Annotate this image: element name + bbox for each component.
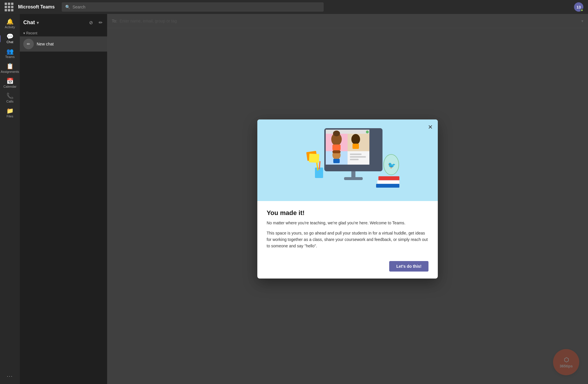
svg-rect-25 <box>309 154 319 163</box>
sidebar-label-teams: Teams <box>5 55 15 59</box>
modal-footer: Let's do this! <box>257 261 438 279</box>
teams-icon: 👥 <box>6 48 14 54</box>
sidebar-label-chat: Chat <box>6 40 13 44</box>
modal-cta-button[interactable]: Let's do this! <box>389 261 428 272</box>
chat-icon: 💬 <box>6 34 14 39</box>
svg-rect-14 <box>348 151 369 165</box>
sidebar-item-chat[interactable]: 💬 Chat <box>2 31 18 46</box>
modal-paragraph-2: This space is yours, so go ahead and pul… <box>267 230 428 249</box>
new-chat-button[interactable]: ✏ <box>98 19 104 27</box>
svg-text:🐦: 🐦 <box>388 161 396 169</box>
svg-rect-12 <box>332 150 341 153</box>
filter-button[interactable]: ⊘ <box>88 19 94 27</box>
search-bar[interactable]: 🔍 <box>62 2 324 12</box>
svg-rect-15 <box>350 154 362 155</box>
sidebar-item-calls[interactable]: 📞 Calls <box>2 91 18 105</box>
title-bar: Microsoft Teams 🔍 13 <box>0 0 588 14</box>
sidebar-label-activity: Activity <box>5 25 15 29</box>
sidebar-label-assignments: Assignments <box>1 70 19 73</box>
svg-rect-9 <box>353 144 359 149</box>
recent-chevron-icon: ▾ <box>23 31 25 35</box>
files-icon: 📁 <box>6 108 14 114</box>
sidebar-label-calendar: Calendar <box>3 85 17 88</box>
chat-title-text: Chat <box>23 20 35 26</box>
search-input[interactable] <box>72 5 320 9</box>
svg-point-5 <box>333 131 340 136</box>
title-bar-right: 13 <box>574 2 583 12</box>
avatar-status <box>580 9 583 12</box>
chat-header-actions: ⊘ ✏ <box>88 19 104 27</box>
sidebar-label-files: Files <box>6 115 13 118</box>
new-chat-avatar: ✏ <box>23 39 34 49</box>
chat-title: Chat ▾ <box>23 20 39 26</box>
sidebar-label-calls: Calls <box>6 100 13 103</box>
modal-title: You made it! <box>267 209 428 217</box>
main-layout: 🔔 Activity 💬 Chat 👥 Teams 📋 Assignments … <box>0 14 588 384</box>
svg-rect-13 <box>333 159 340 163</box>
svg-rect-6 <box>332 145 341 150</box>
modal-body: You made it! No matter where you're teac… <box>257 201 438 261</box>
svg-point-18 <box>366 131 369 133</box>
sidebar-item-files[interactable]: 📁 Files <box>2 105 18 120</box>
assignments-icon: 📋 <box>6 63 14 69</box>
svg-rect-20 <box>344 177 363 180</box>
chat-header: Chat ▾ ⊘ ✏ <box>20 14 107 29</box>
close-icon: ✕ <box>428 124 433 131</box>
svg-rect-19 <box>351 171 355 178</box>
modal-paragraph-1: No matter where you're teaching, we're g… <box>267 220 428 226</box>
svg-rect-17 <box>350 159 359 160</box>
more-apps-icon[interactable]: ··· <box>7 373 13 379</box>
modal-overlay: ✕ <box>107 14 588 384</box>
calendar-icon: 📅 <box>6 78 14 84</box>
chat-title-chevron-icon[interactable]: ▾ <box>37 20 39 25</box>
modal-illustration: ✕ <box>257 119 438 201</box>
recent-section-label[interactable]: ▾ Recent <box>20 29 107 36</box>
sidebar: 🔔 Activity 💬 Chat 👥 Teams 📋 Assignments … <box>0 14 20 384</box>
app-title: Microsoft Teams <box>18 4 55 10</box>
sidebar-item-activity[interactable]: 🔔 Activity <box>2 16 18 31</box>
activity-icon: 🔔 <box>6 19 14 24</box>
svg-rect-16 <box>350 156 366 158</box>
illustration-svg: 🐦 <box>292 122 403 198</box>
svg-rect-2 <box>326 130 369 134</box>
sidebar-item-assignments[interactable]: 📋 Assignments <box>2 61 18 76</box>
sidebar-item-calendar[interactable]: 📅 Calendar <box>2 76 18 91</box>
search-icon: 🔍 <box>65 5 70 9</box>
new-chat-item[interactable]: ✏ New chat <box>20 36 107 52</box>
app-grid-icon <box>5 3 13 11</box>
svg-rect-28 <box>376 184 399 188</box>
svg-point-8 <box>351 134 360 145</box>
svg-rect-26 <box>378 176 399 180</box>
svg-rect-27 <box>377 180 399 184</box>
calls-icon: 📞 <box>6 93 14 99</box>
sidebar-item-teams[interactable]: 👥 Teams <box>2 46 18 61</box>
chat-panel: Chat ▾ ⊘ ✏ ▾ Recent ✏ New chat <box>20 14 107 384</box>
avatar[interactable]: 13 <box>574 2 583 12</box>
content-area: To: ▾ ✕ <box>107 14 588 384</box>
recent-label: Recent <box>26 31 37 35</box>
modal-close-button[interactable]: ✕ <box>426 123 434 131</box>
welcome-modal: ✕ <box>257 119 438 279</box>
new-chat-label: New chat <box>37 42 54 46</box>
